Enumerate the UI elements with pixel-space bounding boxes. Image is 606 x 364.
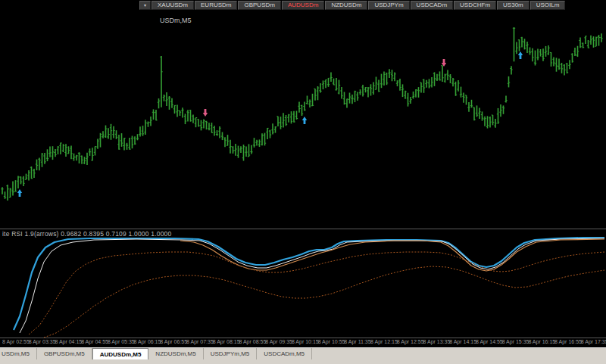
price-bars (1, 27, 602, 201)
symbol-button-nzdusdm[interactable]: NZDUSDm (325, 1, 367, 10)
indicator-line-trail-dotted-upper (29, 252, 604, 334)
time-label: 8 Apr 10:55 (318, 339, 345, 344)
symbol-button-usdjpym[interactable]: USDJPYm (368, 1, 409, 10)
time-axis[interactable]: 8 Apr 02:558 Apr 03:358 Apr 04:158 Apr 0… (0, 339, 606, 347)
buy-arrow-icon (302, 117, 307, 124)
time-label: 8 Apr 16:15 (528, 339, 555, 344)
time-label: 8 Apr 12:15 (370, 339, 398, 344)
chart-tab-gbpusdm-m5[interactable]: GBPUSDm,M5 (37, 348, 92, 359)
chart-tab-audusdm-m5[interactable]: AUDUSDm,M5 (92, 348, 149, 359)
time-label: 8 Apr 17:35 (581, 339, 606, 344)
chart-tab-nzdusdm-m5[interactable]: NZDUSDm,M5 (148, 348, 203, 359)
sell-arrow-icon (203, 109, 208, 117)
time-label: 8 Apr 05:35 (108, 339, 135, 344)
chart-canvas[interactable] (0, 0, 606, 364)
chart-tab-usdm-m5[interactable]: USDm,M5 (0, 348, 37, 359)
indicator-line-trail-dotted-lower (44, 266, 604, 338)
buy-arrow-icon (17, 189, 22, 197)
symbol-button-audusdm[interactable]: AUDUSDm (282, 1, 324, 10)
buy-arrow-icon (518, 51, 523, 59)
symbol-button-usdcadm[interactable]: USDCADm (411, 1, 453, 10)
symbol-button-xauusdm[interactable]: XAUUSDm (152, 1, 194, 10)
symbol-button-us30m[interactable]: US30m (497, 1, 529, 10)
symbol-list-dropdown-button[interactable]: ▾ (139, 1, 151, 10)
symbol-buttons-row: XAUUSDmEURUSDmGBPUSDmAUDUSDmNZDUSDmUSDJP… (152, 1, 565, 10)
trading-platform-window: ▾ XAUUSDmEURUSDmGBPUSDmAUDUSDmNZDUSDmUSD… (0, 0, 606, 364)
symbol-button-usdchfm[interactable]: USDCHFm (454, 1, 496, 10)
time-label: 8 Apr 14:15 (449, 339, 476, 344)
time-label: 8 Apr 12:55 (397, 339, 424, 344)
chart-tab-bar: USDm,M5GBPUSDm,M5AUDUSDm,M5NZDUSDm,M5USD… (0, 347, 606, 364)
chart-tab-usdcadm-m5[interactable]: USDCADm,M5 (257, 348, 312, 359)
indicator-lines (14, 238, 604, 338)
time-label: 8 Apr 03:35 (29, 339, 56, 344)
time-label: 8 Apr 08:55 (239, 339, 266, 344)
time-label: 8 Apr 02:55 (2, 339, 30, 344)
time-label: 8 Apr 04:15 (55, 339, 82, 344)
time-label: 8 Apr 15:35 (502, 339, 529, 344)
time-label: 8 Apr 06:55 (160, 339, 187, 344)
time-label: 8 Apr 14:55 (476, 339, 503, 344)
time-label: 8 Apr 10:15 (292, 339, 319, 344)
indicator-values-label: ite RSI 1.9(arrows) 0.9682 0.8395 0.7109… (2, 230, 171, 238)
time-label: 8 Apr 16:55 (554, 339, 582, 344)
symbol-button-usoilm[interactable]: USOILm (530, 1, 566, 10)
symbol-button-gbpusdm[interactable]: GBPUSDm (238, 1, 280, 10)
chart-tabs: USDm,M5GBPUSDm,M5AUDUSDm,M5NZDUSDm,M5USD… (0, 348, 606, 359)
time-label: 8 Apr 07:35 (186, 339, 214, 344)
chart-title-partial: USDm,M5 (160, 17, 192, 24)
chart-tab-usdjpym-m5[interactable]: USDJPYm,M5 (204, 348, 258, 359)
time-label: 8 Apr 11:35 (344, 339, 370, 344)
indicator-line-slow-line-orange (180, 239, 604, 271)
signal-arrows (17, 51, 523, 197)
indicator-line-signal-line-white (20, 238, 604, 333)
time-label: 8 Apr 08:15 (213, 339, 240, 344)
symbol-toolbar: ▾ XAUUSDmEURUSDmGBPUSDmAUDUSDmNZDUSDmUSD… (139, 1, 565, 10)
time-label: 8 Apr 09:35 (265, 339, 292, 344)
symbol-button-eurusdm[interactable]: EURUSDm (195, 1, 237, 10)
time-label: 8 Apr 04:55 (81, 339, 108, 344)
time-label: 8 Apr 13:35 (423, 339, 451, 344)
time-label: 8 Apr 06:15 (134, 339, 161, 344)
